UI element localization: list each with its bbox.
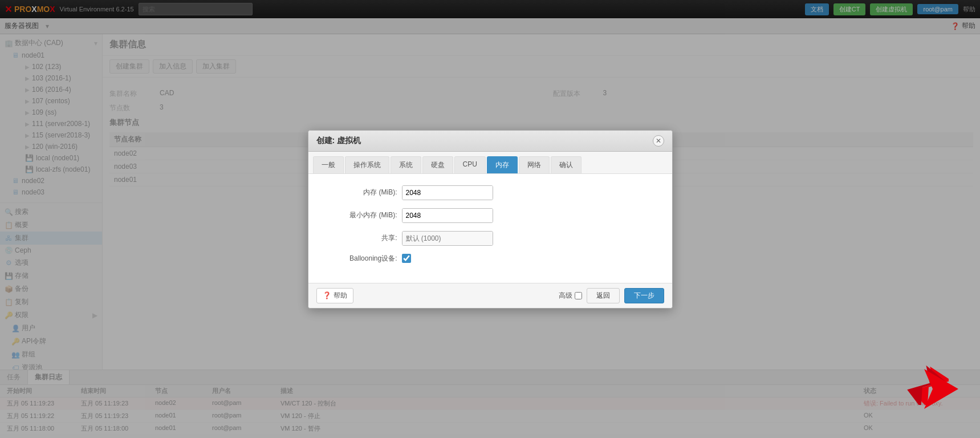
memory-input[interactable] [402, 186, 493, 200]
ballooning-row: Ballooning设备: [318, 254, 663, 263]
dialog-body: 内存 (MiB): ▲ ▼ 最小内存 (MiB): ▲ ▼ [308, 174, 672, 283]
help-button[interactable]: ❓ 帮助 [316, 288, 353, 303]
min-memory-row: 最小内存 (MiB): ▲ ▼ [318, 208, 663, 223]
shares-label: 共享: [318, 233, 397, 243]
shares-input-group: ▲ ▼ [402, 231, 493, 246]
advanced-label: 高级 [559, 291, 582, 301]
tab-general[interactable]: 一般 [313, 156, 344, 173]
dialog-footer: ❓ 帮助 高级 返回 下一步 [308, 283, 672, 308]
tab-network[interactable]: 网络 [519, 156, 550, 173]
dialog-close-button[interactable]: ✕ [653, 135, 664, 147]
footer-left: ❓ 帮助 [316, 288, 353, 303]
advanced-checkbox[interactable] [575, 292, 582, 299]
memory-row: 内存 (MiB): ▲ ▼ [318, 185, 663, 200]
dialog-tabs: 一般 操作系统 系统 硬盘 CPU 内存 网络 确认 [308, 152, 672, 174]
back-button[interactable]: 返回 [587, 288, 620, 303]
dialog-header: 创建: 虚拟机 ✕ [308, 131, 672, 152]
ballooning-label: Ballooning设备: [318, 254, 397, 263]
memory-input-group: ▲ ▼ [402, 185, 493, 200]
next-button[interactable]: 下一步 [624, 288, 664, 303]
tab-confirm[interactable]: 确认 [551, 156, 582, 173]
tab-system[interactable]: 系统 [391, 156, 421, 173]
min-memory-label: 最小内存 (MiB): [318, 210, 397, 220]
help-circle-icon: ❓ [323, 291, 331, 299]
shares-row: 共享: ▲ ▼ [318, 231, 663, 246]
dialog-overlay: 创建: 虚拟机 ✕ 一般 操作系统 系统 硬盘 CPU 内存 网络 确认 内存 … [0, 0, 980, 438]
create-vm-dialog: 创建: 虚拟机 ✕ 一般 操作系统 系统 硬盘 CPU 内存 网络 确认 内存 … [308, 130, 673, 309]
min-memory-input-group: ▲ ▼ [402, 208, 493, 223]
dialog-title: 创建: 虚拟机 [316, 136, 361, 146]
tab-memory[interactable]: 内存 [487, 156, 518, 173]
memory-label: 内存 (MiB): [318, 188, 397, 197]
ballooning-checkbox[interactable] [402, 254, 411, 263]
tab-disk[interactable]: 硬盘 [422, 156, 453, 173]
min-memory-input[interactable] [402, 209, 493, 222]
shares-input[interactable] [402, 232, 493, 245]
tab-cpu[interactable]: CPU [454, 156, 486, 173]
tab-os[interactable]: 操作系统 [345, 156, 389, 173]
help-button-label: 帮助 [334, 291, 347, 301]
advanced-text: 高级 [559, 291, 572, 301]
